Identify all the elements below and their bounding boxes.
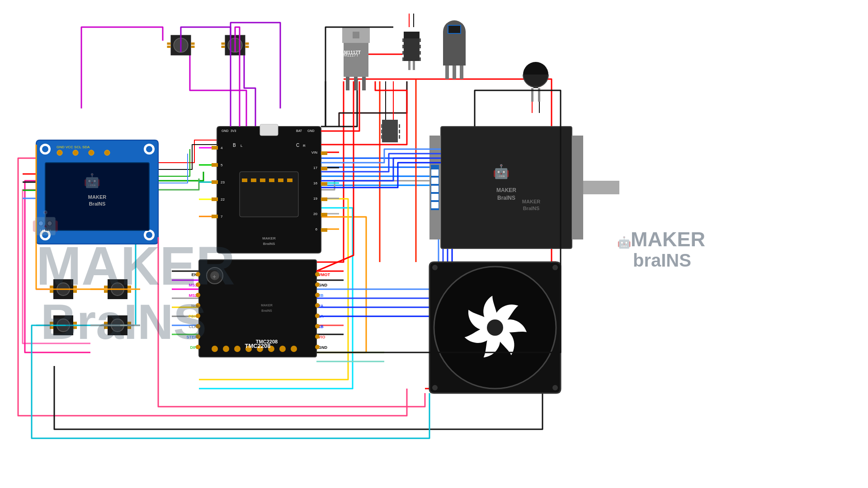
circuit-diagram (0, 0, 868, 488)
